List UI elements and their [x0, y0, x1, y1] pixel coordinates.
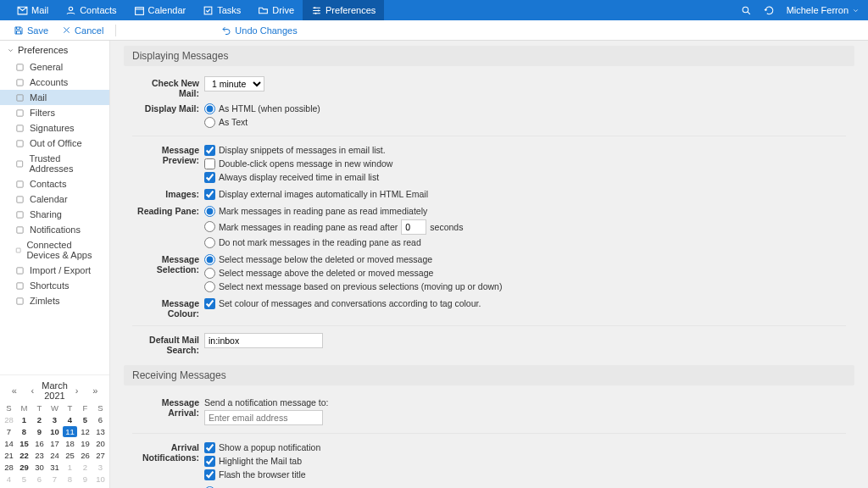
- chk-always-time[interactable]: [204, 172, 215, 183]
- calendar-day[interactable]: 1: [17, 414, 31, 425]
- calendar-day[interactable]: 19: [78, 438, 92, 449]
- calendar-day[interactable]: 10: [93, 474, 108, 485]
- user-menu[interactable]: Michele Ferron: [787, 5, 860, 15]
- sidebar-item-signatures[interactable]: Signatures: [0, 120, 109, 136]
- search-icon[interactable]: [741, 5, 752, 16]
- calendar-day[interactable]: 14: [2, 438, 16, 449]
- chk-images-auto[interactable]: [204, 189, 215, 200]
- sidebar-item-accounts[interactable]: Accounts: [0, 75, 109, 90]
- calendar-day[interactable]: 6: [93, 414, 108, 425]
- calendar-day[interactable]: 27: [93, 450, 108, 461]
- calendar-day[interactable]: 2: [78, 462, 92, 473]
- sidebar-item-sharing[interactable]: Sharing: [0, 207, 109, 222]
- tab-calendar[interactable]: Calendar: [125, 0, 195, 20]
- sidebar-item-shortcuts[interactable]: Shortcuts: [0, 278, 109, 293]
- chk-popup[interactable]: [204, 442, 215, 453]
- check-new-mail-select[interactable]: 1 minute: [204, 76, 264, 92]
- radio-sel-next[interactable]: [204, 281, 215, 292]
- calendar-day[interactable]: 3: [93, 462, 108, 473]
- tab-drive[interactable]: Drive: [249, 0, 303, 20]
- refresh-icon[interactable]: [764, 5, 775, 16]
- calendar-day[interactable]: 5: [17, 474, 31, 485]
- sidebar-item-calendar[interactable]: Calendar: [0, 191, 109, 207]
- tab-preferences[interactable]: Preferences: [303, 0, 384, 20]
- sidebar-item-contacts[interactable]: Contacts: [0, 176, 109, 191]
- calendar-day[interactable]: 17: [47, 438, 62, 449]
- input-arrival-email[interactable]: [204, 410, 323, 425]
- tab-contacts[interactable]: Contacts: [57, 0, 125, 20]
- chk-snippets[interactable]: [204, 145, 215, 156]
- cal-prev-month[interactable]: ‹: [24, 385, 42, 396]
- undo-changes-button[interactable]: Undo Changes: [216, 24, 302, 37]
- sidebar-header[interactable]: Preferences: [0, 41, 109, 59]
- calendar-day[interactable]: 24: [47, 450, 62, 461]
- input-default-search[interactable]: [204, 333, 323, 348]
- cancel-button[interactable]: Cancel: [57, 24, 108, 37]
- calendar-day[interactable]: 15: [17, 438, 31, 449]
- sidebar-item-trusted-addresses[interactable]: Trusted Addresses: [0, 151, 109, 176]
- calendar-day[interactable]: 20: [93, 438, 108, 449]
- radio-sel-above[interactable]: [204, 268, 215, 279]
- chk-colour-tag[interactable]: [204, 298, 215, 309]
- calendar-day[interactable]: 4: [63, 414, 77, 425]
- radio-read-dont[interactable]: [204, 237, 215, 248]
- calendar-day[interactable]: 22: [17, 450, 31, 461]
- save-button[interactable]: Save: [8, 24, 53, 37]
- calendar-day[interactable]: 25: [63, 450, 77, 461]
- sidebar-item-connected-devices-apps[interactable]: Connected Devices & Apps: [0, 237, 109, 263]
- calendar-day[interactable]: 11: [63, 426, 77, 437]
- calendar-day[interactable]: 28: [2, 414, 16, 425]
- calendar-day[interactable]: 9: [32, 426, 47, 437]
- sidebar-item-filters[interactable]: Filters: [0, 105, 109, 120]
- calendar-day[interactable]: 8: [17, 426, 31, 437]
- cal-next-year[interactable]: »: [86, 385, 104, 396]
- drive-icon: [258, 5, 269, 16]
- chk-doubleclick[interactable]: [204, 158, 215, 169]
- input-read-after-seconds[interactable]: [401, 219, 426, 235]
- cal-next-month[interactable]: ›: [68, 385, 86, 396]
- radio-read-after[interactable]: [204, 221, 215, 232]
- calendar-day[interactable]: 31: [47, 462, 62, 473]
- sidebar-item-out-of-office[interactable]: Out of Office: [0, 136, 109, 151]
- calendar-month: March 2021: [42, 380, 68, 401]
- sidebar-item-mail[interactable]: Mail: [0, 90, 109, 105]
- tab-tasks[interactable]: Tasks: [194, 0, 249, 20]
- calendar-day[interactable]: 7: [2, 426, 16, 437]
- top-bar: Mail Contacts Calendar Tasks Drive Prefe…: [0, 0, 868, 20]
- calendar-day[interactable]: 13: [93, 426, 108, 437]
- calendar-day[interactable]: 5: [78, 414, 92, 425]
- tab-mail[interactable]: Mail: [8, 0, 57, 20]
- calendar-day[interactable]: 26: [78, 450, 92, 461]
- calendar-day[interactable]: 10: [47, 426, 62, 437]
- sidebar-item-general[interactable]: General: [0, 59, 109, 75]
- sidebar-item-import-export[interactable]: Import / Export: [0, 263, 109, 278]
- radio-display-text[interactable]: [204, 117, 215, 128]
- sidebar-item-zimlets[interactable]: Zimlets: [0, 293, 109, 308]
- chk-flash[interactable]: [204, 469, 215, 480]
- calendar-day[interactable]: 6: [32, 474, 47, 485]
- calendar-day[interactable]: 4: [2, 474, 16, 485]
- calendar-day[interactable]: 1: [63, 462, 77, 473]
- calendar-day[interactable]: 9: [78, 474, 92, 485]
- calendar-day[interactable]: 21: [2, 450, 16, 461]
- divider: [132, 325, 846, 326]
- calendar-day[interactable]: 18: [63, 438, 77, 449]
- calendar-day[interactable]: 16: [32, 438, 47, 449]
- calendar-day[interactable]: 7: [47, 474, 62, 485]
- calendar-day[interactable]: 30: [32, 462, 47, 473]
- cal-prev-year[interactable]: «: [5, 385, 24, 396]
- calendar-day[interactable]: 12: [78, 426, 92, 437]
- label-message-arrival: Message Arrival:: [132, 396, 204, 418]
- calendar-day[interactable]: 8: [63, 474, 77, 485]
- calendar-day[interactable]: 3: [47, 414, 62, 425]
- sidebar-item-notifications[interactable]: Notifications: [0, 222, 109, 237]
- radio-read-immediate[interactable]: [204, 206, 215, 217]
- calendar-day[interactable]: 28: [2, 462, 16, 473]
- calendar-day[interactable]: 2: [32, 414, 47, 425]
- calendar-day[interactable]: 29: [17, 462, 31, 473]
- calendar-day[interactable]: 23: [32, 450, 47, 461]
- chk-highlight[interactable]: [204, 456, 215, 467]
- radio-sel-below[interactable]: [204, 254, 215, 265]
- svg-rect-19: [17, 267, 23, 273]
- radio-display-html[interactable]: [204, 103, 215, 114]
